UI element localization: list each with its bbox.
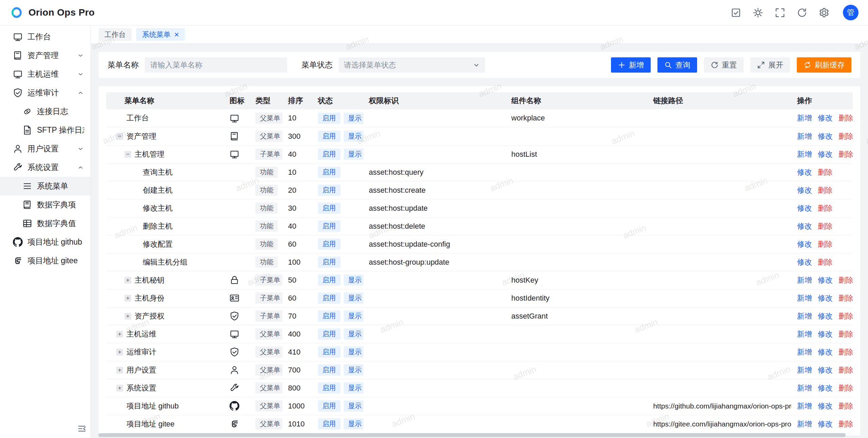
row-action-delete[interactable]: 删除	[818, 240, 833, 248]
row-action-add[interactable]: 新增	[797, 348, 812, 356]
row-action-edit[interactable]: 修改	[818, 150, 833, 158]
sidebar-item[interactable]: 运维审计	[0, 83, 91, 102]
row-action-add[interactable]: 新增	[797, 312, 812, 320]
row-action-delete[interactable]: 删除	[818, 168, 833, 176]
row-action-add[interactable]: 新增	[797, 384, 812, 392]
row-action-delete[interactable]: 删除	[839, 384, 853, 392]
avatar[interactable]: 管	[843, 5, 859, 20]
table-row[interactable]: −资产管理 父菜单 300 启用显示 新增修改删除	[106, 127, 853, 145]
table-row[interactable]: 项目地址 gitee 父菜单 1010 启用显示 https://gitee.c…	[106, 415, 853, 433]
row-action-delete[interactable]: 删除	[839, 348, 853, 356]
expand-row-button[interactable]: +	[116, 349, 123, 356]
collapse-row-button[interactable]: −	[124, 151, 131, 158]
sidebar-item[interactable]: 系统设置	[0, 158, 91, 177]
expand-row-button[interactable]: +	[124, 295, 131, 302]
reload-icon[interactable]	[797, 7, 807, 18]
table-row[interactable]: +主机身份 子菜单 60 启用显示 hostIdentity 新增修改删除	[106, 289, 853, 307]
row-action-add[interactable]: 新增	[797, 276, 812, 284]
row-action-delete[interactable]: 删除	[839, 276, 853, 284]
table-row[interactable]: +运维审计 父菜单 410 启用显示 新增修改删除	[106, 343, 853, 361]
sidebar-subitem[interactable]: 数据字典值	[0, 214, 91, 233]
expand-row-button[interactable]: +	[116, 385, 123, 392]
refresh-cache-button[interactable]: 刷新缓存	[797, 57, 851, 73]
tab-active[interactable]: 系统菜单×	[136, 28, 185, 41]
sidebar-subitem[interactable]: SFTP 操作日志	[0, 121, 91, 139]
row-action-edit[interactable]: 修改	[818, 276, 833, 284]
check-square-icon[interactable]	[731, 7, 741, 18]
row-action-edit[interactable]: 修改	[818, 366, 833, 374]
row-action-edit[interactable]: 修改	[818, 114, 833, 122]
add-button[interactable]: 新增	[611, 57, 651, 73]
row-action-delete[interactable]: 删除	[839, 402, 853, 410]
sidebar-item[interactable]: 主机运维	[0, 65, 91, 83]
row-action-edit[interactable]: 修改	[797, 222, 812, 230]
row-action-add[interactable]: 新增	[797, 366, 812, 374]
sidebar-item[interactable]: 项目地址 github	[0, 233, 91, 251]
sidebar-subitem[interactable]: 连接日志	[0, 102, 91, 121]
sidebar-item[interactable]: 项目地址 gitee	[0, 251, 91, 270]
sidebar-item[interactable]: 用户设置	[0, 139, 91, 158]
table-row[interactable]: 修改主机 功能 30 启用 asset:host:update 修改删除	[106, 199, 853, 217]
row-action-add[interactable]: 新增	[797, 150, 812, 158]
row-action-edit[interactable]: 修改	[818, 384, 833, 392]
fullscreen-icon[interactable]	[775, 7, 785, 18]
theme-sun-icon[interactable]	[753, 7, 763, 18]
row-action-edit[interactable]: 修改	[797, 258, 812, 266]
row-action-add[interactable]: 新增	[797, 294, 812, 302]
menu-name-input[interactable]	[145, 57, 287, 73]
row-action-delete[interactable]: 删除	[818, 204, 833, 212]
row-action-edit[interactable]: 修改	[818, 312, 833, 320]
row-action-edit[interactable]: 修改	[818, 330, 833, 338]
table-row[interactable]: 创建主机 功能 20 启用 asset:host:create 修改删除	[106, 181, 853, 199]
expand-button[interactable]: 展开	[750, 57, 790, 73]
row-action-delete[interactable]: 删除	[839, 132, 853, 140]
table-row[interactable]: 项目地址 github 父菜单 1000 启用显示 https://github…	[106, 397, 853, 415]
scrollbar-thumb[interactable]	[98, 433, 846, 437]
row-action-edit[interactable]: 修改	[818, 294, 833, 302]
row-action-delete[interactable]: 删除	[839, 150, 853, 158]
table-row[interactable]: 工作台 父菜单 10 启用显示 workplace 新增修改删除	[106, 109, 853, 127]
sidebar-subitem[interactable]: 数据字典项	[0, 195, 91, 214]
sidebar-subitem[interactable]: 系统菜单	[0, 177, 91, 195]
expand-row-button[interactable]: +	[124, 277, 131, 284]
query-button[interactable]: 查询	[657, 57, 697, 73]
row-action-delete[interactable]: 删除	[839, 312, 853, 320]
row-action-edit[interactable]: 修改	[818, 132, 833, 140]
row-action-delete[interactable]: 删除	[839, 294, 853, 302]
expand-row-button[interactable]: +	[116, 331, 123, 338]
row-action-add[interactable]: 新增	[797, 420, 812, 428]
row-action-edit[interactable]: 修改	[797, 240, 812, 248]
table-row[interactable]: +资产授权 子菜单 70 启用显示 assetGrant 新增修改删除	[106, 307, 853, 325]
table-row[interactable]: +主机运维 父菜单 400 启用显示 新增修改删除	[106, 325, 853, 343]
menu-status-select[interactable]: 请选择菜单状态	[339, 57, 485, 73]
close-tab-icon[interactable]: ×	[174, 31, 179, 39]
row-action-add[interactable]: 新增	[797, 330, 812, 338]
table-row[interactable]: +主机秘钥 子菜单 50 启用显示 hostKey 新增修改删除	[106, 271, 853, 289]
table-row[interactable]: +用户设置 父菜单 700 启用显示 新增修改删除	[106, 361, 853, 379]
table-row[interactable]: −主机管理 子菜单 40 启用显示 hostList 新增修改删除	[106, 145, 853, 163]
table-row[interactable]: 删除主机 功能 40 启用 asset:host:delete 修改删除	[106, 217, 853, 235]
sidebar-item[interactable]: 工作台	[0, 27, 91, 46]
collapse-row-button[interactable]: −	[116, 133, 123, 140]
row-action-edit[interactable]: 修改	[818, 420, 833, 428]
expand-row-button[interactable]: +	[124, 313, 131, 320]
row-action-edit[interactable]: 修改	[818, 348, 833, 356]
reset-button[interactable]: 重置	[704, 57, 744, 73]
row-action-edit[interactable]: 修改	[797, 186, 812, 194]
menu-fold-icon[interactable]	[77, 424, 86, 433]
row-action-add[interactable]: 新增	[797, 114, 812, 122]
table-row[interactable]: 查询主机 功能 10 启用 asset:host:query 修改删除	[106, 163, 853, 181]
table-row[interactable]: +系统设置 父菜单 800 启用显示 新增修改删除	[106, 379, 853, 397]
row-action-delete[interactable]: 删除	[839, 420, 853, 428]
row-action-add[interactable]: 新增	[797, 132, 812, 140]
settings-icon[interactable]	[819, 7, 829, 18]
row-action-edit[interactable]: 修改	[818, 402, 833, 410]
row-action-delete[interactable]: 删除	[839, 114, 853, 122]
tab-item[interactable]: 工作台	[99, 28, 132, 41]
row-action-delete[interactable]: 删除	[818, 186, 833, 194]
row-action-delete[interactable]: 删除	[818, 222, 833, 230]
table-row[interactable]: 修改配置 功能 60 启用 asset:host:update-config 修…	[106, 235, 853, 253]
row-action-delete[interactable]: 删除	[839, 330, 853, 338]
row-action-edit[interactable]: 修改	[797, 204, 812, 212]
expand-row-button[interactable]: +	[116, 367, 123, 374]
